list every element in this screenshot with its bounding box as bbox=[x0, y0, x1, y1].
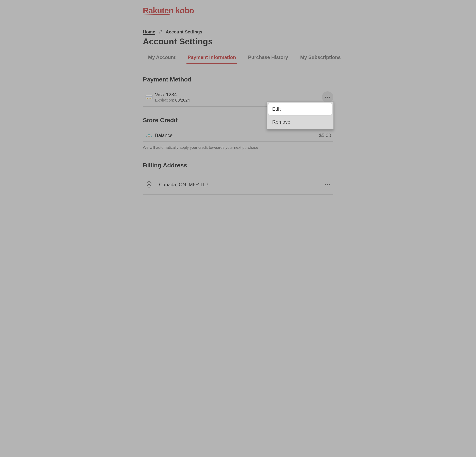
payment-card-row: Visa-1234 Expiration: 08/2024 Edit Remov… bbox=[143, 89, 333, 107]
visa-icon bbox=[143, 95, 155, 99]
tab-my-subscriptions[interactable]: My Subscriptions bbox=[299, 53, 342, 64]
brand-name-part1: Rakuten bbox=[143, 6, 173, 15]
balance-label: Balance bbox=[155, 132, 319, 138]
brand-logo[interactable]: Rakuten kobo bbox=[143, 6, 194, 15]
store-credit-row: Balance $5.00 bbox=[143, 130, 333, 142]
menu-item-edit[interactable]: Edit bbox=[268, 103, 332, 115]
more-icon bbox=[325, 97, 330, 98]
payment-method-section: Payment Method Visa-1234 Expiration: 08/… bbox=[143, 76, 333, 107]
breadcrumb-home-link[interactable]: Home bbox=[143, 29, 155, 35]
payment-method-heading: Payment Method bbox=[143, 76, 333, 83]
billing-address-row: Canada, ON, M6R 1L7 bbox=[143, 175, 333, 194]
card-name: Visa-1234 bbox=[155, 92, 322, 97]
more-icon bbox=[325, 184, 330, 185]
store-credit-icon bbox=[143, 133, 155, 138]
billing-more-button[interactable] bbox=[322, 179, 333, 190]
menu-item-remove[interactable]: Remove bbox=[268, 116, 332, 128]
page-title: Account Settings bbox=[143, 37, 333, 46]
store-credit-note: We will automatically apply your credit … bbox=[143, 145, 333, 150]
card-last4: 1234 bbox=[166, 92, 177, 97]
tab-my-account[interactable]: My Account bbox=[147, 53, 177, 64]
tab-purchase-history[interactable]: Purchase History bbox=[247, 53, 289, 64]
breadcrumb-current: Account Settings bbox=[166, 29, 202, 35]
tabs: My Account Payment Information Purchase … bbox=[143, 53, 333, 64]
billing-heading: Billing Address bbox=[143, 162, 333, 169]
card-expiration-label: Expiration: bbox=[155, 98, 174, 102]
svg-rect-0 bbox=[148, 135, 150, 137]
card-actions-menu: Edit Remove bbox=[267, 102, 334, 130]
card-brand: Visa bbox=[155, 92, 164, 97]
billing-address-text: Canada, ON, M6R 1L7 bbox=[159, 182, 322, 187]
breadcrumb: Home // Account Settings bbox=[143, 29, 333, 35]
balance-amount: $5.00 bbox=[319, 132, 331, 138]
svg-point-2 bbox=[148, 183, 150, 185]
card-more-button[interactable] bbox=[322, 91, 333, 103]
card-expiration-value: 08/2024 bbox=[175, 98, 190, 102]
billing-section: Billing Address Canada, ON, M6R 1L7 bbox=[143, 162, 333, 194]
tab-payment-information[interactable]: Payment Information bbox=[187, 53, 237, 64]
location-pin-icon bbox=[143, 181, 155, 188]
breadcrumb-separator: // bbox=[159, 29, 162, 35]
brand-name-part2: kobo bbox=[175, 6, 194, 15]
